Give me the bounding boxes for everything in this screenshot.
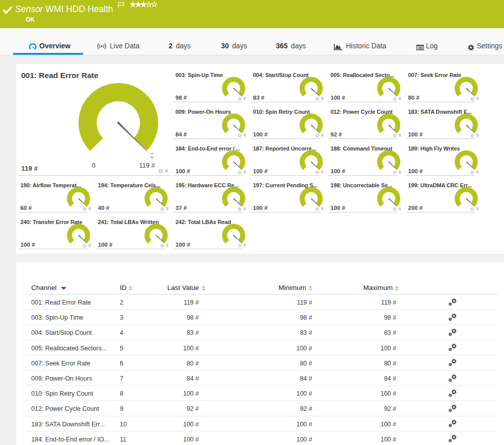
svg-text:x: x bbox=[151, 154, 154, 160]
